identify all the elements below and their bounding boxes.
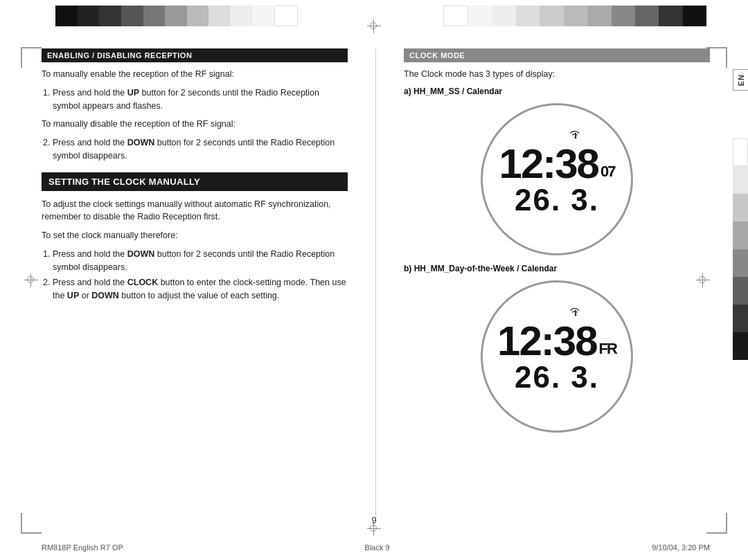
clock-time-main-b: 12:38 [497, 320, 596, 362]
corner-bracket-tl [21, 47, 42, 68]
left-column: ENABLING / DISABLING RECEPTION To manual… [42, 48, 355, 522]
swatch-4 [733, 249, 748, 277]
column-divider [375, 48, 376, 522]
clock-suffix-a: 07 [600, 164, 614, 179]
right-column: CLOCK MODE The Clock mode has 3 types of… [397, 48, 710, 522]
swatch-6 [733, 305, 748, 332]
disable-steps: Press and hold the DOWN button for 2 sec… [42, 136, 348, 163]
corner-bracket-bl [21, 513, 42, 534]
swatch-5 [733, 277, 748, 305]
footer-right: 9/10/04, 3:20 PM [652, 543, 710, 552]
swatch-black [733, 332, 748, 360]
set-steps: Press and hold the DOWN button for 2 sec… [42, 248, 348, 302]
setting-intro: To adjust the clock settings manually wi… [42, 198, 348, 224]
disable-intro: To manually disable the reception of the… [42, 118, 348, 131]
clock-display-b: 12:38FR 26. 3. [481, 280, 633, 433]
enable-steps: Press and hold the UP button for 2 secon… [42, 87, 348, 113]
swatch-white [733, 138, 748, 166]
signal-icon-b [567, 303, 584, 320]
footer-left-page: 9 [385, 543, 389, 552]
top-bar-right [443, 6, 706, 26]
enabling-header: ENABLING / DISABLING RECEPTION [42, 48, 348, 62]
clock-mode-header: CLOCK MODE [404, 48, 710, 62]
page-number: 9 [371, 515, 376, 525]
setting-header: SETTING THE CLOCK MANUALLY [42, 172, 348, 191]
display-a-label: a) HH_MM_SS / Calendar [404, 87, 710, 96]
enable-intro: To manually enable the reception of the … [42, 68, 348, 81]
clock-date-a: 26. 3. [515, 185, 599, 215]
clock-date-b: 26. 3. [515, 362, 599, 392]
crosshair-top [367, 19, 381, 33]
svg-point-0 [575, 136, 577, 138]
svg-point-1 [575, 314, 577, 316]
top-bar-left [55, 6, 298, 26]
main-content: ENABLING / DISABLING RECEPTION To manual… [42, 48, 710, 522]
clock-suffix-b: FR [599, 341, 616, 356]
swatch-3 [733, 222, 748, 249]
en-tab: EN [733, 69, 748, 91]
clock-time-b: 12:38FR [497, 320, 616, 362]
clock-time-a: 12:3807 [499, 143, 615, 185]
signal-icon-a [567, 126, 584, 143]
footer-left: RM818P English R7 OP [42, 543, 123, 552]
en-label: EN [737, 74, 745, 86]
swatch-1 [733, 166, 748, 194]
clock-intro: The Clock mode has 3 types of display: [404, 68, 710, 81]
clock-time-main-a: 12:38 [499, 143, 598, 185]
set-intro2: To set the clock manually therefore: [42, 229, 348, 242]
color-swatches [733, 138, 748, 360]
clock-display-a: 12:3807 26. 3. [481, 103, 633, 255]
swatch-2 [733, 194, 748, 222]
display-b-label: b) HH_MM_Day-of-the-Week / Calendar [404, 264, 710, 273]
crosshair-left [24, 273, 38, 287]
footer-color: Black [365, 543, 384, 552]
